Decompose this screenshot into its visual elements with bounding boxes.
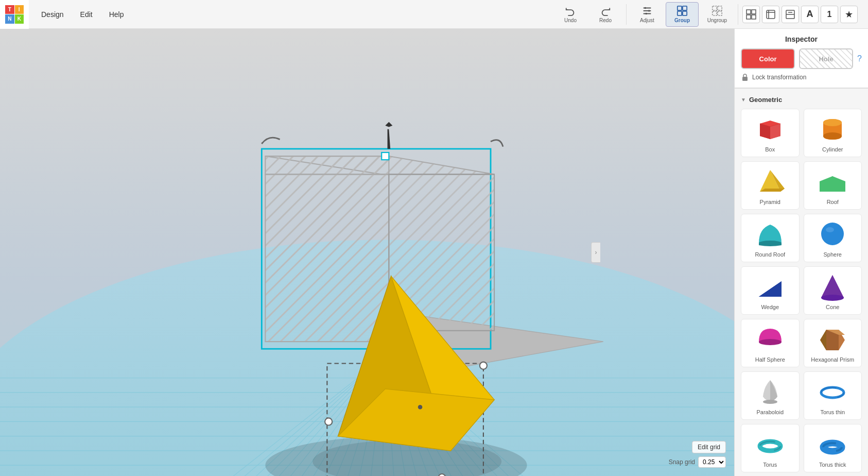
ungroup-label: Ungroup <box>707 18 727 23</box>
svg-rect-72 <box>381 152 389 160</box>
lock-row[interactable]: Lock transformation <box>741 73 862 81</box>
shape-round-roof[interactable]: Round Roof <box>741 214 800 262</box>
view-flat-icon[interactable] <box>782 6 799 23</box>
view-3d-icon[interactable] <box>762 6 779 23</box>
shape-label-box: Box <box>765 146 775 152</box>
logo[interactable]: T I N K <box>0 0 29 29</box>
shapes-header-label: Geometric <box>749 96 782 104</box>
svg-rect-12 <box>752 10 756 14</box>
shape-torus-thick[interactable]: Torus thick <box>804 424 862 472</box>
snap-grid-row: Snap grid 0.25 0.5 1 <box>669 456 726 468</box>
shape-icon-wedge <box>755 271 786 302</box>
redo-button[interactable]: Redo <box>589 2 622 27</box>
svg-point-0 <box>645 7 647 9</box>
shape-wedge[interactable]: Wedge <box>741 266 800 315</box>
shape-label-torus-thick: Torus thick <box>819 462 846 468</box>
shapes-grid: Box Cylinder <box>739 107 864 474</box>
svg-point-85 <box>821 223 844 245</box>
shape-sphere[interactable]: Sphere <box>804 214 862 262</box>
svg-rect-7 <box>713 6 717 10</box>
svg-point-88 <box>759 339 782 345</box>
shape-label-torus: Torus <box>763 462 777 468</box>
shape-icon-torus-thick <box>817 429 848 460</box>
svg-rect-80 <box>742 77 748 81</box>
snap-grid-select[interactable]: 0.25 0.5 1 <box>698 456 726 468</box>
shape-icon-hex-prism <box>817 324 848 354</box>
shape-label-roof: Roof <box>827 199 839 205</box>
shape-half-sphere[interactable]: Half Sphere <box>741 319 800 367</box>
nav-help[interactable]: Help <box>101 0 132 29</box>
shape-icon-half-sphere <box>755 324 786 354</box>
view-grid-icon[interactable] <box>742 6 760 23</box>
logo-n: N <box>5 14 14 24</box>
star-icon[interactable]: ★ <box>840 6 858 23</box>
inspector-buttons: Color Hole ? <box>741 48 862 69</box>
shape-icon-torus <box>755 429 786 460</box>
number-icon[interactable]: 1 <box>821 6 838 23</box>
shape-label-pyramid: Pyramid <box>760 199 780 205</box>
adjust-label: Adjust <box>640 18 654 23</box>
shape-icon-paraboloid <box>755 376 786 407</box>
shape-cone[interactable]: Cone <box>804 266 862 315</box>
svg-rect-9 <box>713 11 717 15</box>
shape-label-half-sphere: Half Sphere <box>755 356 785 363</box>
shape-icon-pyramid <box>755 166 786 197</box>
svg-point-87 <box>821 295 844 301</box>
svg-point-84 <box>759 241 782 246</box>
shape-torus-thin[interactable]: Torus thin <box>804 371 862 420</box>
main: Alligator All changes saved ? ▲ ▼ ◀ ▶ + … <box>0 29 868 476</box>
right-panel: Inspector Color Hole ? Lock transformati… <box>734 29 868 476</box>
undo-button[interactable]: Undo <box>554 2 587 27</box>
shape-hex-prism[interactable]: Hexagonal Prism <box>804 319 862 367</box>
svg-rect-3 <box>678 6 682 10</box>
shape-box[interactable]: Box <box>741 109 800 157</box>
shapes-header[interactable]: ▼ Geometric <box>739 93 864 107</box>
svg-point-86 <box>826 227 834 232</box>
shape-paraboloid[interactable]: Paraboloid <box>741 371 800 420</box>
shape-icon-box <box>755 113 786 144</box>
toolbar-right: Undo Redo Adjust <box>554 2 868 27</box>
collapse-panel-button[interactable]: › <box>591 242 600 263</box>
adjust-button[interactable]: Adjust <box>631 2 664 27</box>
nav-edit[interactable]: Edit <box>72 0 101 29</box>
svg-point-2 <box>645 13 647 15</box>
color-button[interactable]: Color <box>741 48 795 69</box>
svg-point-82 <box>823 132 842 140</box>
redo-label: Redo <box>599 18 612 23</box>
shape-cylinder[interactable]: Cylinder <box>804 109 862 157</box>
scene-canvas <box>0 29 734 476</box>
shape-roof[interactable]: Roof <box>804 161 862 210</box>
shape-icon-round-roof <box>755 218 786 249</box>
lock-label: Lock transformation <box>752 74 806 81</box>
nav-design[interactable]: Design <box>33 0 72 29</box>
shapes-panel: ▼ Geometric Box <box>735 89 868 476</box>
group-label: Group <box>674 18 690 23</box>
topbar: T I N K Design Edit Help Undo Redo <box>0 0 868 29</box>
svg-point-83 <box>823 119 842 126</box>
svg-point-89 <box>763 400 777 404</box>
canvas-area[interactable]: Alligator All changes saved ? ▲ ▼ ◀ ▶ + … <box>0 29 734 476</box>
ungroup-button[interactable]: Ungroup <box>701 2 734 27</box>
toolbar-divider-1 <box>626 4 627 25</box>
edit-grid-button[interactable]: Edit grid <box>692 441 726 453</box>
group-button[interactable]: Group <box>666 2 699 27</box>
font-icon[interactable]: A <box>801 6 819 23</box>
lock-icon <box>741 73 749 81</box>
svg-point-76 <box>325 418 332 425</box>
undo-label: Undo <box>564 18 577 23</box>
snap-grid-label: Snap grid <box>669 458 695 466</box>
logo-t: T <box>5 5 14 14</box>
shape-icon-sphere <box>817 218 848 249</box>
nav-menu: Design Edit Help <box>33 0 132 29</box>
view-icons: A 1 ★ <box>742 6 862 23</box>
shape-torus[interactable]: Torus <box>741 424 800 472</box>
shape-icon-roof <box>817 166 848 197</box>
svg-rect-8 <box>718 6 722 10</box>
shape-pyramid[interactable]: Pyramid <box>741 161 800 210</box>
shape-label-paraboloid: Paraboloid <box>756 409 784 415</box>
svg-point-79 <box>418 405 422 409</box>
svg-rect-5 <box>678 11 682 15</box>
hole-button[interactable]: Hole <box>799 48 853 69</box>
svg-rect-11 <box>747 10 751 14</box>
inspector-help-button[interactable]: ? <box>857 54 862 63</box>
